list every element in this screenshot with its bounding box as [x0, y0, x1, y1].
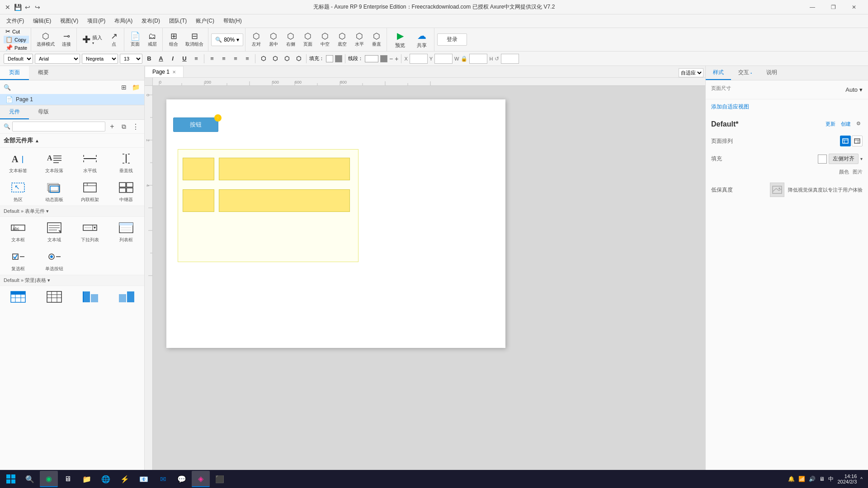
taskbar-system[interactable]: 🖥 [59, 471, 77, 487]
close-tab-icon[interactable]: ✕ [172, 70, 176, 75]
taskbar-edge[interactable]: 🌐 [97, 471, 115, 487]
fill-color-preview[interactable] [818, 155, 827, 164]
maximize-button[interactable]: ❐ [823, 0, 844, 14]
save-icon[interactable]: 💾 [14, 3, 22, 11]
taskbar-filezilla[interactable]: ⚡ [116, 471, 134, 487]
font-size-dropdown[interactable]: 13 [120, 54, 142, 64]
menu-layout[interactable]: 布局(A) [110, 15, 137, 27]
style-settings-icon[interactable]: ⚙ [854, 120, 863, 128]
fill-color-box-2[interactable] [335, 55, 342, 62]
comp-textarea[interactable]: 文本域 [36, 217, 72, 246]
add-page-button[interactable]: ⊞ [119, 82, 129, 92]
page-button[interactable]: 📄 页面 [127, 30, 143, 50]
x-input[interactable] [410, 54, 428, 64]
align-bottom-button[interactable]: ⬡ 底空 [334, 30, 350, 50]
align-top-button[interactable]: ⬡ 页面 [300, 30, 316, 50]
preview-button[interactable]: ▶ 预览 [390, 30, 410, 50]
style-dropdown[interactable]: Default [4, 54, 33, 64]
comp-text-label[interactable]: A 文本标签 [0, 148, 36, 177]
menu-team[interactable]: 团队(T) [165, 15, 191, 27]
yellow-container[interactable] [178, 149, 359, 262]
comp-text-paragraph[interactable]: A 文本段落 [36, 148, 72, 177]
comp-hotspot[interactable]: ↖ 热区 [0, 177, 36, 206]
comp-repeater[interactable]: 中继器 [108, 177, 144, 206]
stroke-plus-icon[interactable]: + [395, 55, 398, 62]
taskbar-explorer[interactable]: 📁 [78, 471, 96, 487]
menu-edit[interactable]: 编辑(E) [28, 15, 56, 27]
add-component-button[interactable]: + [107, 122, 117, 131]
login-button[interactable]: 登录 [437, 33, 467, 46]
comp-radio[interactable]: 单选按钮 [36, 246, 72, 275]
comp-table2[interactable] [36, 286, 72, 309]
comp-inline-frame[interactable]: 内联框架 [72, 177, 108, 206]
y-input[interactable] [434, 54, 453, 64]
cut-button[interactable]: ✂ Cut [4, 28, 29, 35]
button-element[interactable]: 按钮 ⚡ [173, 117, 218, 132]
comp-horizontal-line[interactable]: 水平线 [72, 148, 108, 177]
taskbar-wifi[interactable]: ◉ [40, 471, 58, 487]
tab-masters[interactable]: 母版 [29, 105, 58, 119]
menu-project[interactable]: 项目(P) [83, 15, 110, 27]
insert-button[interactable]: ✚ 插入 ▾ [80, 30, 105, 50]
align-text-right-button[interactable]: ≡ [231, 54, 241, 64]
more-options-button[interactable]: ⋮ [131, 122, 141, 131]
taskbar-outlook[interactable]: ✉ [154, 471, 172, 487]
comp-listbox[interactable]: 列表框 [108, 217, 144, 246]
taskbar-teams[interactable]: 💬 [173, 471, 191, 487]
menu-publish[interactable]: 发布(D) [137, 15, 165, 27]
expand-tray-icon[interactable]: ^ [860, 477, 863, 482]
underline-button[interactable]: A [156, 54, 166, 64]
distribute-vertical-button[interactable]: ⬡ 垂直 [368, 30, 385, 50]
copy-component-button[interactable]: ⧉ [119, 122, 129, 131]
tab-overview[interactable]: 概要 [29, 66, 58, 80]
italic-button[interactable]: I [168, 54, 178, 64]
distribute-horizontal-button[interactable]: ⬡ 水平 [351, 30, 368, 50]
tab-style[interactable]: 样式 [706, 66, 731, 80]
select-mode-button[interactable]: ⬡ 选择模式 [34, 30, 57, 50]
align-left-button[interactable]: ⬡ 左对 [248, 30, 264, 50]
redo-icon[interactable]: ↪ [33, 3, 42, 11]
outdent-button[interactable]: ⬡ [270, 54, 280, 64]
bold-button[interactable]: B [144, 54, 154, 64]
font-variant-dropdown[interactable]: Negreta [82, 54, 118, 64]
comp-checkbox[interactable]: 复选框 [0, 246, 36, 275]
comp-table1[interactable] [0, 286, 36, 309]
stroke-minus-icon[interactable]: − [389, 55, 393, 62]
close-button[interactable]: ✕ [844, 0, 864, 14]
library-header[interactable]: 全部元件库 ▲ [0, 134, 144, 148]
copy-button[interactable]: 📋 Copy [4, 36, 29, 43]
page-size-value-dropdown[interactable]: Auto ▾ [845, 86, 863, 93]
table-components-header[interactable]: Default » 荣里|表格 ▾ [0, 275, 144, 286]
group-button[interactable]: ⊞ 组合 [165, 30, 182, 50]
add-adaptive-button[interactable]: 添加自适应视图 [711, 101, 863, 113]
canvas-tab-page1[interactable]: Page 1 ✕ [145, 66, 184, 77]
comp-dynamic-panel[interactable]: 动态面板 [36, 177, 72, 206]
indent-button[interactable]: ⬡ [258, 54, 268, 64]
strikethrough-button[interactable]: U [179, 54, 189, 64]
w-input[interactable] [469, 54, 487, 64]
taskbar-axure[interactable]: ◈ [192, 471, 210, 487]
component-search-input[interactable] [12, 122, 105, 131]
start-button[interactable] [2, 471, 20, 487]
page-1-item[interactable]: 📄 Page 1 [0, 94, 144, 105]
ordered-list-button[interactable]: ≡ [191, 54, 201, 64]
align-middle-button[interactable]: ⬡ 中空 [317, 30, 333, 50]
tab-notes[interactable]: 说明 [759, 66, 784, 80]
justify-button[interactable]: ≡ [242, 54, 252, 64]
taskbar-search[interactable]: 🔍 [21, 471, 39, 487]
tab-components[interactable]: 元件 [0, 105, 29, 119]
comp-chart2[interactable] [108, 286, 144, 309]
paste-button[interactable]: 📌 Paste [4, 44, 29, 52]
menu-help[interactable]: 帮助(H) [219, 15, 246, 27]
share-button[interactable]: ☁ 共享 [411, 30, 432, 50]
order-left-button[interactable] [840, 136, 851, 146]
menu-view[interactable]: 视图(V) [56, 15, 83, 27]
align-text-left-button[interactable]: ≡ [207, 54, 217, 64]
canvas-scroll-area[interactable]: 按钮 ⚡ [153, 86, 705, 470]
align-text-center-button[interactable]: ≡ [219, 54, 229, 64]
ungroup-button[interactable]: ⊟ 取消组合 [183, 30, 206, 50]
point-button[interactable]: ↗ 点 [106, 30, 122, 50]
tab-pages[interactable]: 页面 [0, 66, 29, 80]
menu-account[interactable]: 账户(C) [191, 15, 219, 27]
h-input[interactable] [501, 54, 519, 64]
